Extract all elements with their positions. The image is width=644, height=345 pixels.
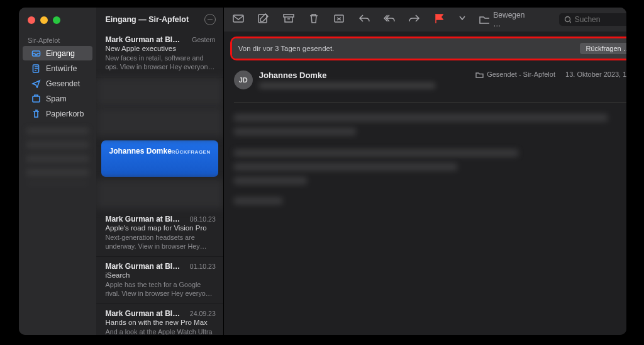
sidebar-blurred-section [26, 128, 89, 184]
search-icon [564, 16, 571, 24]
mailbox-sent[interactable]: Gesendet [23, 76, 92, 91]
compose-button[interactable] [258, 13, 269, 26]
message-item-blurred[interactable] [96, 179, 223, 210]
mail-window: Sir-Apfelot Eingang Entwürfe Gesendet Sp… [19, 8, 626, 335]
mailbox-label: Eingang [46, 49, 75, 58]
sidebar: Sir-Apfelot Eingang Entwürfe Gesendet Sp… [19, 8, 96, 335]
message-preview: New faces in retail, software and ops. V… [105, 54, 215, 71]
message-item[interactable]: Mark Gurman at Bl… 08.10.23 Apple's road… [96, 210, 223, 257]
inbox-icon [31, 48, 41, 58]
reply-all-button[interactable] [384, 13, 395, 26]
banner-text: Von dir vor 3 Tagen gesendet. [238, 45, 335, 52]
message-item-blurred[interactable] [96, 77, 223, 108]
maximize-window-button[interactable] [53, 16, 60, 24]
message-date: 24.09.23 [190, 310, 216, 317]
move-label: Bewegen … [493, 11, 531, 28]
minimize-window-button[interactable] [40, 16, 48, 24]
move-button[interactable]: Bewegen … [479, 11, 531, 28]
message-subject: Hands on with the new Pro Max [105, 319, 215, 326]
message-preview: Next-generation headsets are underway. V… [105, 233, 215, 251]
get-mail-button[interactable] [233, 13, 244, 26]
message-subject: Apple's road map for Vision Pro [105, 224, 215, 232]
message-list-header: Eingang — Sir-Apfelot [96, 8, 223, 30]
mailbox-label: Gesendet [46, 79, 80, 88]
svg-rect-2 [33, 96, 40, 102]
mailbox-list: Eingang Entwürfe Gesendet Spam Papierkor… [19, 45, 96, 122]
followup-banner: Von dir vor 3 Tagen gesendet. Rückfragen… [232, 38, 626, 59]
message-from: Mark Gurman at Bl… [105, 35, 180, 44]
search-input[interactable] [575, 15, 626, 24]
reply-button[interactable] [358, 13, 370, 26]
mailbox-label: Spam [46, 94, 67, 103]
message-item[interactable]: Mark Gurman at Bl… 01.10.23 iSearch Appl… [96, 257, 223, 304]
flag-button[interactable] [434, 13, 445, 26]
mailbox-label: Papierkorb [46, 110, 84, 118]
mail-header: JD Johannes Domke Gesendet - Sir-Apfelot… [224, 64, 626, 89]
traffic-lights [19, 13, 96, 33]
sender-block: Johannes Domke [259, 71, 435, 89]
message-subject: New Apple executives [105, 45, 215, 52]
svg-rect-5 [284, 14, 294, 17]
content-pane: Bewegen … Von dir vor 3 Tagen gesendet. … [224, 8, 626, 335]
followup-banner-highlight: Von dir vor 3 Tagen gesendet. Rückfragen… [230, 37, 626, 60]
message-date: 01.10.23 [190, 263, 216, 270]
followup-button[interactable]: Rückfragen … [580, 43, 626, 54]
spam-icon [31, 94, 41, 103]
mail-meta: Gesendet - Sir-Apfelot 13. Oktober 2023,… [475, 71, 626, 78]
filter-button[interactable] [204, 14, 216, 25]
sender-name: Johannes Domke [259, 71, 435, 80]
svg-point-7 [565, 16, 570, 21]
message-from: Mark Gurman at Bl… [105, 309, 180, 318]
message-item-selected[interactable]: Johannes Domke RÜCKFRAGEN [101, 140, 218, 177]
message-item-blurred[interactable] [96, 108, 223, 138]
recipient-blurred [259, 82, 435, 89]
message-list-column: Eingang — Sir-Apfelot Mark Gurman at Bl…… [96, 8, 223, 335]
message-date: Gestern [192, 36, 215, 43]
account-label: Sir-Apfelot [19, 33, 96, 45]
forward-button[interactable] [409, 13, 420, 26]
trash-icon [31, 109, 41, 118]
message-preview: Apple has the tech for a Google rival. V… [105, 280, 215, 298]
mailbox-label: Entwürfe [46, 64, 77, 73]
mailbox-inbox[interactable]: Eingang [23, 46, 92, 60]
folder-icon [475, 71, 484, 78]
junk-button[interactable] [333, 13, 345, 26]
message-item[interactable]: Mark Gurman at Bl… Gestern New Apple exe… [96, 30, 223, 77]
svg-rect-3 [233, 15, 243, 22]
draft-icon [31, 64, 41, 73]
folder-icon [479, 14, 490, 25]
mail-body [234, 102, 626, 211]
message-date: 08.10.23 [190, 215, 216, 223]
archive-button[interactable] [283, 13, 294, 26]
list-title: Eingang — Sir-Apfelot [105, 15, 189, 24]
mail-datetime: 13. Oktober 2023, 12:06 [565, 71, 626, 78]
mailbox-drafts[interactable]: Entwürfe [23, 61, 92, 76]
mail-location: Gesendet - Sir-Apfelot [487, 71, 555, 78]
toolbar: Bewegen … [224, 8, 626, 31]
avatar: JD [234, 71, 253, 89]
message-scroll[interactable]: Mark Gurman at Bl… Gestern New Apple exe… [96, 30, 223, 335]
mailbox-spam[interactable]: Spam [23, 91, 92, 106]
followup-badge: RÜCKFRAGEN [172, 149, 211, 155]
sent-icon [31, 79, 41, 88]
message-item[interactable]: Mark Gurman at Bl… 24.09.23 Hands on wit… [96, 304, 223, 335]
flag-menu-button[interactable] [459, 13, 465, 26]
message-preview: And a look at the Apple Watch Ultra 2 Vi… [105, 327, 215, 335]
message-subject: iSearch [105, 271, 215, 279]
close-window-button[interactable] [28, 16, 35, 24]
delete-button[interactable] [308, 13, 319, 26]
message-from: Mark Gurman at Bl… [105, 262, 180, 271]
message-from: Johannes Domke [109, 147, 171, 156]
mailbox-trash[interactable]: Papierkorb [23, 106, 92, 121]
search-field[interactable] [559, 13, 626, 26]
message-from: Mark Gurman at Bl… [105, 215, 180, 223]
